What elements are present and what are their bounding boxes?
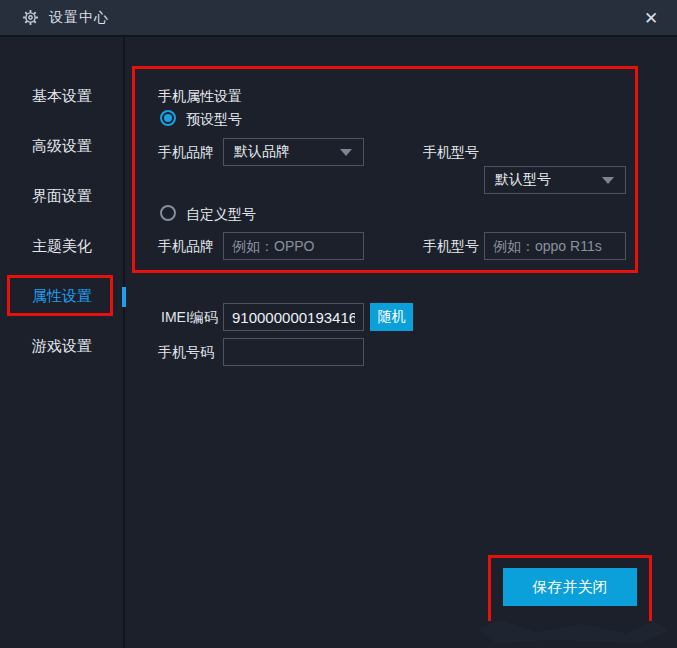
preset-model-label: 手机型号 (423, 138, 479, 166)
preset-model-dropdown[interactable]: 默认型号 (484, 166, 626, 194)
save-and-close-button[interactable]: 保存并关闭 (503, 568, 637, 606)
preset-brand-label: 手机品牌 (158, 138, 214, 166)
custom-brand-label: 手机品牌 (158, 232, 214, 260)
active-tab-indicator (122, 287, 126, 307)
custom-model-radio-label: 自定义型号 (186, 206, 256, 224)
imei-random-button[interactable]: 随机 (370, 303, 413, 331)
preset-model-value: 默认型号 (495, 171, 551, 189)
preset-model-radio[interactable] (160, 110, 176, 126)
settings-window: 设置中心 ✕ 基本设置 高级设置 界面设置 主题美化 属性设置 游戏设置 手机属… (0, 0, 677, 648)
preset-model-radio-label: 预设型号 (186, 111, 242, 129)
sidebar-item-property[interactable]: 属性设置 (0, 285, 124, 307)
close-icon[interactable]: ✕ (637, 4, 665, 32)
chevron-down-icon (602, 177, 614, 184)
custom-model-input[interactable] (484, 232, 626, 260)
custom-brand-input[interactable] (223, 232, 364, 260)
sidebar-item-advanced[interactable]: 高级设置 (0, 135, 124, 157)
imei-input[interactable] (223, 303, 364, 331)
window-title: 设置中心 (49, 9, 109, 27)
preset-brand-value: 默认品牌 (234, 143, 290, 161)
phone-number-label: 手机号码 (158, 338, 214, 366)
sidebar-item-game[interactable]: 游戏设置 (0, 335, 124, 357)
gear-icon (22, 9, 39, 26)
imei-label: IMEI编码 (161, 303, 218, 331)
custom-model-label: 手机型号 (423, 232, 479, 260)
artifact-smudge (478, 617, 668, 645)
chevron-down-icon (340, 149, 352, 156)
phone-number-input[interactable] (223, 338, 364, 366)
custom-model-radio[interactable] (160, 205, 176, 221)
section-title: 手机属性设置 (158, 88, 242, 106)
sidebar-item-theme[interactable]: 主题美化 (0, 235, 124, 257)
sidebar-item-interface[interactable]: 界面设置 (0, 185, 124, 207)
sidebar-item-basic[interactable]: 基本设置 (0, 85, 124, 107)
radio-dot-icon (164, 114, 172, 122)
preset-brand-dropdown[interactable]: 默认品牌 (223, 138, 364, 166)
title-bar: 设置中心 ✕ (0, 0, 677, 37)
